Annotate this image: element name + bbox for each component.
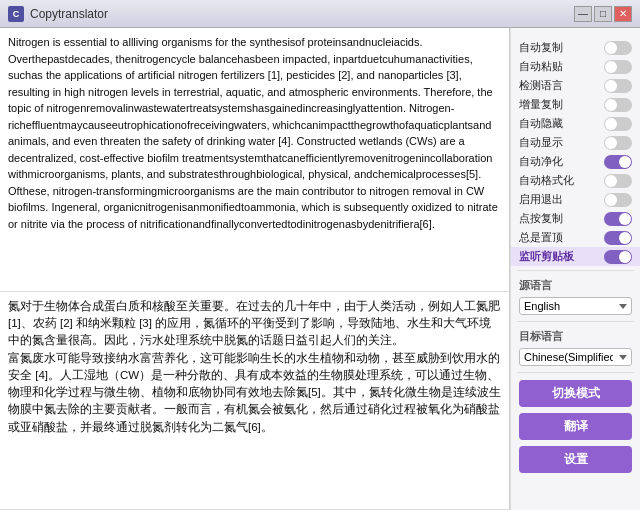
sidebar-option-incremental-copy[interactable]: 增量复制	[511, 95, 640, 114]
toggle-incremental-copy[interactable]	[604, 98, 632, 112]
toggle-auto-format[interactable]	[604, 174, 632, 188]
main-container: Nitrogen is essential to allliving organ…	[0, 28, 640, 510]
source-lang-label: 源语言	[511, 275, 640, 295]
toggle-auto-clean[interactable]	[604, 155, 632, 169]
toggle-auto-paste[interactable]	[604, 60, 632, 74]
toggle-auto-show[interactable]	[604, 136, 632, 150]
app-title: Copytranslator	[30, 7, 574, 21]
sidebar-option-label-monitor-clipboard: 监听剪贴板	[519, 249, 574, 264]
maximize-button[interactable]: □	[594, 6, 612, 22]
target-lang-label: 目标语言	[511, 326, 640, 346]
sidebar-option-label-detect-lang: 检测语言	[519, 78, 563, 93]
sidebar-option-label-key-copy: 点按复制	[519, 211, 563, 226]
sidebar-option-label-auto-clean: 自动净化	[519, 154, 563, 169]
settings-button[interactable]: 设置	[519, 446, 632, 473]
sidebar: 自动复制自动粘贴检测语言增量复制自动隐藏自动显示自动净化自动格式化启用退出点按复…	[510, 28, 640, 510]
sidebar-divider-3	[517, 372, 634, 373]
sidebar-option-auto-format[interactable]: 自动格式化	[511, 171, 640, 190]
window-controls: — □ ✕	[574, 6, 632, 22]
translate-button[interactable]: 翻译	[519, 413, 632, 440]
toggle-detect-lang[interactable]	[604, 79, 632, 93]
text-area: Nitrogen is essential to allliving organ…	[0, 28, 510, 510]
minimize-button[interactable]: —	[574, 6, 592, 22]
sidebar-option-auto-clean[interactable]: 自动净化	[511, 152, 640, 171]
sidebar-option-label-auto-format: 自动格式化	[519, 173, 574, 188]
sidebar-option-monitor-clipboard[interactable]: 监听剪贴板	[511, 247, 640, 266]
switch-mode-button[interactable]: 切换模式	[519, 380, 632, 407]
toggle-start-minimized[interactable]	[604, 193, 632, 207]
sidebar-option-label-always-top: 总是置顶	[519, 230, 563, 245]
title-bar: C Copytranslator — □ ✕	[0, 0, 640, 28]
close-button[interactable]: ✕	[614, 6, 632, 22]
sidebar-option-auto-hide[interactable]: 自动隐藏	[511, 114, 640, 133]
toggle-key-copy[interactable]	[604, 212, 632, 226]
sidebar-option-label-start-minimized: 启用退出	[519, 192, 563, 207]
toggle-monitor-clipboard[interactable]	[604, 250, 632, 264]
sidebar-option-start-minimized[interactable]: 启用退出	[511, 190, 640, 209]
sidebar-option-auto-copy[interactable]: 自动复制	[511, 38, 640, 57]
sidebar-divider-1	[517, 270, 634, 271]
sidebar-option-always-top[interactable]: 总是置顶	[511, 228, 640, 247]
sidebar-option-label-auto-hide: 自动隐藏	[519, 116, 563, 131]
sidebar-option-auto-show[interactable]: 自动显示	[511, 133, 640, 152]
sidebar-option-label-auto-paste: 自动粘贴	[519, 59, 563, 74]
sidebar-option-auto-paste[interactable]: 自动粘贴	[511, 57, 640, 76]
sidebar-divider-2	[517, 321, 634, 322]
target-text-pane[interactable]: 氮对于生物体合成蛋白质和核酸至关重要。在过去的几十年中，由于人类活动，例如人工氮…	[0, 292, 509, 510]
sidebar-option-label-auto-show: 自动显示	[519, 135, 563, 150]
sidebar-option-label-incremental-copy: 增量复制	[519, 97, 563, 112]
source-lang-select[interactable]: EnglishChineseJapaneseAuto	[519, 297, 632, 315]
target-lang-select[interactable]: Chinese(Simplified)EnglishJapanese	[519, 348, 632, 366]
toggle-always-top[interactable]	[604, 231, 632, 245]
toggle-auto-copy[interactable]	[604, 41, 632, 55]
sidebar-option-detect-lang[interactable]: 检测语言	[511, 76, 640, 95]
sidebar-option-label-auto-copy: 自动复制	[519, 40, 563, 55]
sidebar-option-key-copy[interactable]: 点按复制	[511, 209, 640, 228]
source-text-pane[interactable]: Nitrogen is essential to allliving organ…	[0, 28, 509, 292]
toggle-auto-hide[interactable]	[604, 117, 632, 131]
app-icon: C	[8, 6, 24, 22]
